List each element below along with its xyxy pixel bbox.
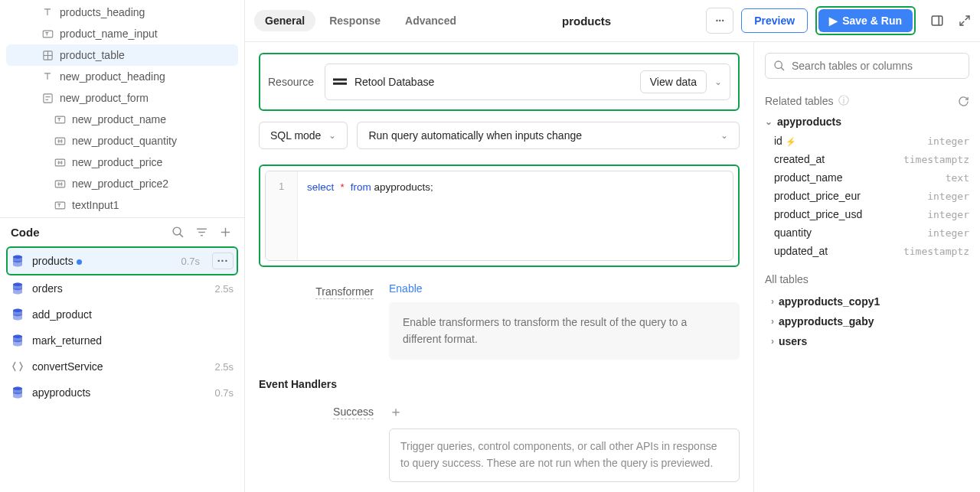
table-link[interactable]: › apyproducts_copy1 <box>754 292 980 311</box>
chevron-right-icon: › <box>771 316 774 327</box>
code-item[interactable]: apyproducts 0.7s <box>0 380 244 406</box>
tab-advanced[interactable]: Advanced <box>394 10 467 31</box>
tree-item[interactable]: textInput1 <box>0 194 244 216</box>
component-icon <box>54 135 66 147</box>
column-row[interactable]: product_price_usdinteger <box>754 206 980 224</box>
column-name: product_price_eur <box>774 190 861 202</box>
code-item-time: 2.5s <box>214 283 234 295</box>
play-icon: ▶ <box>829 15 838 27</box>
tree-item[interactable]: new_product_quantity <box>0 130 244 152</box>
tree-item-label: products_heading <box>60 6 145 18</box>
tab-response[interactable]: Response <box>318 10 391 31</box>
svg-line-13 <box>180 234 183 237</box>
code-item-name: products <box>32 255 173 267</box>
chevron-right-icon: › <box>771 336 774 347</box>
code-item[interactable]: products 0.7s ··· <box>6 246 238 275</box>
more-button[interactable]: ··· <box>212 253 234 269</box>
query-icon <box>11 334 24 347</box>
view-data-button[interactable]: View data <box>640 70 707 93</box>
component-icon <box>41 50 54 61</box>
column-type: integer <box>927 191 969 202</box>
svg-rect-0 <box>43 31 53 37</box>
tree-item[interactable]: product_table <box>6 44 238 66</box>
column-row[interactable]: created_attimestamptz <box>754 151 980 169</box>
code-heading: Code <box>11 226 40 239</box>
sql-editor[interactable]: 1 select * from apyproducts; <box>265 171 733 261</box>
tree-item-label: new_product_quantity <box>72 135 177 147</box>
run-trigger-dropdown[interactable]: Run query automatically when inputs chan… <box>357 122 740 149</box>
tree-item-label: new_product_price <box>72 156 162 168</box>
code-item-name: add_product <box>32 308 226 321</box>
help-icon[interactable]: ⓘ <box>838 94 849 108</box>
tree-item[interactable]: new_product_heading <box>0 66 244 87</box>
query-title: products <box>475 15 698 28</box>
query-icon <box>11 386 24 399</box>
database-icon <box>333 77 347 87</box>
code-item-time: 0.7s <box>214 387 234 399</box>
schema-panel: Related tables ⓘ ⌄ apyproducts id ⚡integ… <box>753 42 980 492</box>
event-handlers-heading: Event Handlers <box>259 378 740 390</box>
column-name: quantity <box>774 226 812 239</box>
add-success-handler-button[interactable]: ＋ <box>389 404 403 419</box>
save-run-button[interactable]: ▶ Save & Run <box>818 9 913 32</box>
svg-line-24 <box>781 67 784 70</box>
tree-item[interactable]: new_product_price2 <box>0 173 244 194</box>
code-item[interactable]: add_product <box>0 301 244 327</box>
expand-icon[interactable] <box>959 15 971 27</box>
resource-select[interactable]: Retool Database View data ⌄ <box>325 64 730 100</box>
more-button[interactable]: ··· <box>706 8 733 34</box>
search-icon[interactable] <box>172 226 185 239</box>
column-row[interactable]: quantityinteger <box>754 224 980 243</box>
column-row[interactable]: product_nametext <box>754 169 980 187</box>
code-item[interactable]: mark_returned <box>0 327 244 354</box>
schema-search-input[interactable] <box>792 60 961 72</box>
tree-item[interactable]: new_product_price <box>0 152 244 173</box>
tree-item-label: product_table <box>60 49 125 61</box>
component-icon <box>41 93 54 104</box>
refresh-icon[interactable] <box>958 96 969 107</box>
component-icon <box>41 28 54 40</box>
related-tables-heading: Related tables ⓘ <box>765 94 849 108</box>
resource-selector-row: Resource Retool Database View data ⌄ <box>259 53 740 111</box>
table-link[interactable]: › apyproducts_gaby <box>754 311 980 331</box>
column-row[interactable]: updated_attimestamptz <box>754 243 980 261</box>
filter-icon[interactable] <box>195 226 208 239</box>
related-table[interactable]: ⌄ apyproducts <box>754 112 980 132</box>
code-section: Code products 0.7s ··· orders 2.5s add_p… <box>0 217 244 492</box>
preview-button[interactable]: Preview <box>741 8 808 33</box>
tree-item[interactable]: new_product_form <box>0 87 244 109</box>
chevron-down-icon: ⌄ <box>765 116 773 127</box>
code-item-name: mark_returned <box>32 334 226 347</box>
column-name: id ⚡ <box>774 135 796 147</box>
tree-item-label: product_name_input <box>60 28 158 40</box>
sql-mode-dropdown[interactable]: SQL mode ⌄ <box>259 122 348 149</box>
code-header: Code <box>0 218 244 246</box>
tab-general[interactable]: General <box>254 10 315 31</box>
tree-item-label: textInput1 <box>72 199 119 211</box>
column-type: integer <box>927 227 969 239</box>
tree-item[interactable]: product_name_input <box>0 23 244 44</box>
tree-item[interactable]: products_heading <box>0 2 244 23</box>
panel-toggle-button[interactable] <box>923 8 951 34</box>
column-name: updated_at <box>774 245 828 257</box>
tree-item-label: new_product_price2 <box>72 178 168 190</box>
code-item[interactable]: orders 2.5s <box>0 275 244 301</box>
column-row[interactable]: id ⚡integer <box>754 132 980 151</box>
component-icon <box>54 157 66 168</box>
code-item[interactable]: convertService 2.5s <box>0 354 244 380</box>
chevron-down-icon: ⌄ <box>328 130 336 141</box>
column-row[interactable]: product_price_eurinteger <box>754 187 980 206</box>
query-tabs: GeneralResponseAdvanced <box>254 10 467 31</box>
topbar: GeneralResponseAdvanced products ··· Pre… <box>245 0 980 42</box>
tree-item[interactable]: new_product_name <box>0 109 244 130</box>
code-item-name: orders <box>32 282 207 295</box>
transformer-label: Transformer <box>315 285 374 299</box>
column-type: text <box>946 172 969 184</box>
add-icon[interactable] <box>219 226 232 239</box>
line-gutter: 1 <box>266 171 298 260</box>
schema-search[interactable] <box>765 53 969 79</box>
tree-item-label: new_product_form <box>60 92 149 104</box>
table-link[interactable]: › users <box>754 331 980 351</box>
column-name: product_name <box>774 171 843 184</box>
enable-transformer-link[interactable]: Enable <box>389 282 423 295</box>
